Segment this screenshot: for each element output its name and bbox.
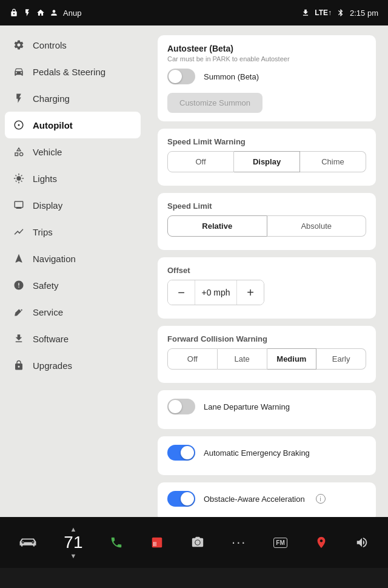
summon-toggle[interactable]: [167, 69, 195, 84]
username: Anup: [63, 8, 81, 18]
sidebar: Controls Pedals & Steering Charging Auto…: [0, 25, 146, 517]
fc-off-button[interactable]: Off: [167, 348, 218, 370]
lte-indicator: LTE↑: [315, 8, 332, 17]
speed-limit-warning-group: Off Display Chime: [167, 151, 366, 172]
sidebar-item-service[interactable]: Service: [0, 299, 146, 325]
fc-early-button[interactable]: Early: [316, 348, 366, 370]
speed-limit-title: Speed Limit: [167, 201, 366, 211]
safety-icon: [12, 279, 25, 292]
forward-collision-title: Forward Collision Warning: [167, 334, 366, 343]
emergency-braking-toggle[interactable]: [167, 445, 195, 461]
forward-collision-group: Off Late Medium Early: [167, 348, 366, 370]
sidebar-item-pedals[interactable]: Pedals & Steering: [0, 58, 146, 85]
sidebar-item-software[interactable]: Software: [0, 325, 146, 352]
svg-point-0: [18, 124, 20, 126]
taskbar-car[interactable]: [19, 536, 36, 549]
autosteer-title: Autosteer (Beta): [167, 44, 366, 53]
slw-chime-button[interactable]: Chime: [300, 151, 366, 172]
bolt-icon: [23, 8, 32, 17]
speed-limit-card: Speed Limit Relative Absolute: [158, 193, 376, 250]
speed-limit-warning-title: Speed Limit Warning: [167, 137, 366, 146]
main-area: Controls Pedals & Steering Charging Auto…: [0, 25, 388, 517]
autopilot-icon: [12, 118, 25, 132]
obstacle-acceleration-label: Obstacle-Aware Acceleration: [204, 495, 305, 504]
slw-display-button[interactable]: Display: [234, 151, 300, 172]
taskbar-camera[interactable]: [191, 536, 204, 549]
svg-text:|||: |||: [153, 541, 157, 546]
emergency-braking-card: Automatic Emergency Braking: [158, 436, 376, 475]
bluetooth-icon: [336, 8, 345, 17]
lane-departure-toggle[interactable]: [167, 399, 195, 414]
temperature-display: 71: [64, 533, 82, 552]
taskbar-fm[interactable]: FM: [273, 538, 287, 548]
status-right: LTE↑ 2:15 pm: [301, 8, 378, 18]
slw-off-button[interactable]: Off: [167, 151, 234, 172]
taskbar-temp-center: ▲ 71 ▼: [64, 525, 82, 559]
software-label: Software: [33, 334, 69, 344]
trips-icon: [12, 225, 25, 238]
sidebar-item-lights[interactable]: Lights: [0, 165, 146, 192]
charging-label: Charging: [33, 93, 70, 104]
sidebar-item-controls[interactable]: Controls: [0, 32, 146, 58]
controls-label: Controls: [33, 40, 67, 50]
customize-summon-button[interactable]: Customize Summon: [167, 93, 263, 113]
offset-value: +0 mph: [195, 280, 237, 305]
service-label: Service: [33, 307, 63, 317]
volume-icon: [355, 536, 369, 549]
offset-decrement-button[interactable]: −: [168, 280, 195, 305]
time: 2:15 pm: [350, 8, 378, 18]
taskbar-volume[interactable]: [355, 536, 369, 549]
status-bar: Anup LTE↑ 2:15 pm: [0, 0, 388, 25]
charging-icon: [12, 92, 25, 105]
sidebar-item-upgrades[interactable]: Upgrades: [0, 352, 146, 379]
pedals-label: Pedals & Steering: [33, 67, 105, 77]
fc-late-button[interactable]: Late: [218, 348, 267, 370]
lane-departure-card: Lane Departure Warning: [158, 390, 376, 429]
person-icon: [50, 8, 58, 17]
controls-icon: [12, 38, 25, 52]
location-icon: [315, 536, 328, 549]
sl-absolute-button[interactable]: Absolute: [267, 215, 367, 237]
obstacle-acceleration-toggle[interactable]: [167, 491, 195, 507]
phone-icon: [110, 536, 123, 549]
fc-medium-button[interactable]: Medium: [267, 348, 317, 370]
upgrades-label: Upgrades: [33, 360, 72, 371]
sidebar-item-navigation[interactable]: Navigation: [0, 245, 146, 272]
sidebar-item-autopilot[interactable]: Autopilot: [5, 112, 141, 138]
sidebar-item-trips[interactable]: Trips: [0, 218, 146, 245]
autosteer-subtitle: Car must be in PARK to enable Autosteer: [167, 55, 366, 63]
speed-limit-warning-card: Speed Limit Warning Off Display Chime: [158, 129, 376, 186]
summon-toggle-row: Summon (Beta): [167, 69, 366, 84]
summon-label: Summon (Beta): [204, 72, 259, 81]
trips-label: Trips: [33, 227, 53, 237]
sl-relative-button[interactable]: Relative: [167, 215, 267, 237]
taskbar-location[interactable]: [315, 536, 328, 549]
sidebar-item-safety[interactable]: Safety: [0, 272, 146, 299]
emergency-braking-label: Automatic Emergency Braking: [204, 448, 310, 458]
autopilot-label: Autopilot: [33, 120, 73, 130]
safety-label: Safety: [33, 280, 59, 291]
taskbar-apps[interactable]: ···: [232, 535, 246, 550]
offset-increment-button[interactable]: +: [237, 280, 264, 305]
pedals-icon: [12, 65, 25, 78]
vehicle-label: Vehicle: [33, 147, 62, 157]
taskbar-phone[interactable]: [110, 536, 123, 549]
status-left: Anup: [10, 8, 81, 18]
upgrades-icon: [12, 359, 25, 372]
navigation-icon: [12, 252, 25, 265]
download-icon: [301, 8, 310, 17]
taskbar-media[interactable]: |||: [150, 536, 164, 549]
camera-icon: [191, 536, 204, 549]
sidebar-item-charging[interactable]: Charging: [0, 85, 146, 112]
svg-point-3: [195, 540, 199, 544]
lane-departure-row: Lane Departure Warning: [167, 399, 366, 414]
obstacle-info-icon[interactable]: i: [316, 494, 326, 504]
sidebar-item-vehicle[interactable]: Vehicle: [0, 138, 146, 165]
sidebar-item-display[interactable]: Display: [0, 192, 146, 218]
emergency-braking-row: Automatic Emergency Braking: [167, 445, 366, 461]
forward-collision-card: Forward Collision Warning Off Late Mediu…: [158, 326, 376, 383]
lights-label: Lights: [33, 174, 57, 184]
display-label: Display: [33, 200, 62, 211]
fm-icon: FM: [273, 538, 287, 548]
content-area: Autosteer (Beta) Car must be in PARK to …: [146, 25, 388, 517]
